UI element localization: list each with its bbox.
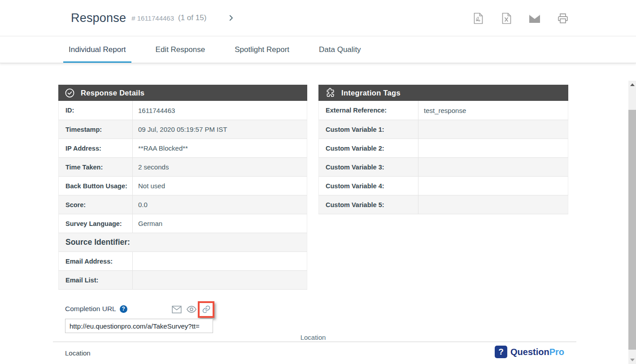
- row-label: Custom Variable 2:: [319, 139, 418, 157]
- questionpro-logo[interactable]: ? QuestionPro: [495, 346, 564, 358]
- envelope-outline-icon: [172, 306, 182, 313]
- table-row: Score: 0.0: [58, 195, 307, 214]
- row-label: IP Address:: [59, 139, 133, 157]
- row-value: [418, 177, 568, 195]
- preview-url-button[interactable]: [186, 304, 197, 315]
- pdf-file-icon: [473, 13, 484, 24]
- row-value: 0.0: [133, 195, 307, 214]
- row-value: [418, 195, 568, 214]
- scroll-down-button[interactable]: [628, 356, 636, 364]
- response-details-panel: Response Details ID: 1611744463 Timestam…: [58, 85, 307, 290]
- table-row: Custom Variable 2:: [318, 139, 568, 157]
- table-row: IP Address: **RAA Blocked**: [58, 139, 307, 157]
- panel-title: Integration Tags: [341, 89, 401, 97]
- send-url-email-button[interactable]: [171, 304, 182, 315]
- next-response-button[interactable]: [225, 12, 237, 24]
- export-pdf-button[interactable]: [472, 13, 484, 24]
- response-id: # 1611744463: [131, 14, 174, 22]
- integration-tags-panel: Integration Tags External Reference: tes…: [318, 85, 568, 214]
- row-label: Custom Variable 4:: [319, 177, 418, 195]
- eye-icon: [187, 306, 196, 313]
- row-value: [418, 120, 568, 139]
- brand-pro: Pro: [549, 347, 564, 357]
- row-label: External Reference:: [319, 101, 418, 120]
- table-row: Back Button Usage: Not used: [58, 176, 307, 195]
- footer-divider: [53, 342, 576, 342]
- report-tab[interactable]: Data Quality: [314, 36, 366, 63]
- printer-icon: [558, 13, 568, 24]
- export-excel-button[interactable]: [501, 13, 512, 24]
- row-label: Source Identifier:: [59, 233, 307, 251]
- row-label: Email Address:: [59, 252, 133, 270]
- table-row: Source Identifier:: [58, 233, 307, 251]
- row-value: [133, 252, 307, 270]
- brand-question: Question: [510, 347, 549, 357]
- table-row: Custom Variable 4:: [318, 176, 568, 195]
- brand-text: QuestionPro: [510, 347, 564, 357]
- help-icon[interactable]: ?: [120, 305, 127, 313]
- row-label: Time Taken:: [59, 158, 133, 176]
- table-row: External Reference: test_response: [318, 101, 568, 120]
- row-value: 1611744463: [133, 101, 307, 120]
- triangle-up-icon: [630, 83, 635, 86]
- row-label: Email List:: [59, 271, 133, 289]
- row-label: ID:: [59, 101, 133, 120]
- excel-file-icon: [501, 13, 512, 24]
- scrollbar-thumb[interactable]: [628, 110, 636, 350]
- row-label: Back Button Usage:: [59, 177, 133, 195]
- chevron-right-icon: [227, 14, 235, 22]
- table-row: Time Taken: 2 seconds: [58, 157, 307, 176]
- table-row: ID: 1611744463: [58, 101, 307, 120]
- questionpro-mark-icon: ?: [495, 346, 507, 358]
- integration-tags-table: External Reference: test_response Custom…: [318, 101, 568, 214]
- location-section-title: Location: [0, 334, 626, 341]
- scroll-up-button[interactable]: [628, 81, 636, 89]
- completion-url-label: Completion URL ?: [65, 305, 127, 313]
- table-row: Email List:: [58, 270, 307, 289]
- response-viewer-page: Response # 1611744463 (1 of 15): [0, 0, 636, 364]
- header: Response # 1611744463 (1 of 15): [0, 0, 636, 36]
- row-label: Custom Variable 5:: [319, 195, 418, 214]
- table-row: Custom Variable 5:: [318, 195, 568, 214]
- row-label: Score:: [59, 195, 133, 214]
- table-row: Custom Variable 3:: [318, 157, 568, 176]
- row-value: 09 Jul, 2020 05:19:57 PM IST: [133, 120, 307, 139]
- row-value: 2 seconds: [133, 158, 307, 176]
- envelope-icon: [529, 14, 540, 23]
- page-title: Response: [71, 11, 126, 25]
- row-value: German: [133, 214, 307, 233]
- table-row: Custom Variable 1:: [318, 120, 568, 139]
- integration-tags-header: Integration Tags: [318, 85, 568, 101]
- row-label: Custom Variable 3:: [319, 158, 418, 176]
- row-value: [418, 139, 568, 157]
- row-value: [418, 158, 568, 176]
- print-button[interactable]: [557, 13, 569, 24]
- email-response-button[interactable]: [529, 13, 540, 24]
- row-value: test_response: [418, 101, 568, 120]
- vertical-scrollbar: [628, 81, 636, 364]
- row-value: **RAA Blocked**: [133, 139, 307, 157]
- report-tabs: Individual ReportEdit ResponseSpotlight …: [0, 36, 636, 63]
- report-tab[interactable]: Edit Response: [150, 36, 211, 63]
- completion-url-text: Completion URL: [65, 305, 116, 313]
- row-label: Custom Variable 1:: [319, 120, 418, 139]
- row-value: Not used: [133, 177, 307, 195]
- table-row: Timestamp: 09 Jul, 2020 05:19:57 PM IST: [58, 120, 307, 139]
- puzzle-icon: [325, 87, 335, 98]
- triangle-down-icon: [630, 359, 635, 361]
- completion-url-input[interactable]: [65, 319, 213, 333]
- response-position: (1 of 15): [178, 13, 206, 22]
- report-tab[interactable]: Spotlight Report: [229, 36, 295, 63]
- response-details-header: Response Details: [58, 85, 307, 101]
- table-row: Email Address:: [58, 251, 307, 270]
- location-label: Location: [65, 349, 91, 357]
- export-toolbar: [472, 0, 569, 36]
- response-details-table: ID: 1611744463 Timestamp: 09 Jul, 2020 0…: [58, 101, 307, 290]
- check-circle-icon: [65, 88, 75, 98]
- table-row: Survey Language: German: [58, 214, 307, 233]
- panel-title: Response Details: [81, 89, 144, 97]
- row-label: Survey Language:: [59, 214, 133, 233]
- row-label: Timestamp:: [59, 120, 133, 139]
- link-highlight-annotation: [198, 301, 214, 318]
- report-tab[interactable]: Individual Report: [63, 36, 131, 63]
